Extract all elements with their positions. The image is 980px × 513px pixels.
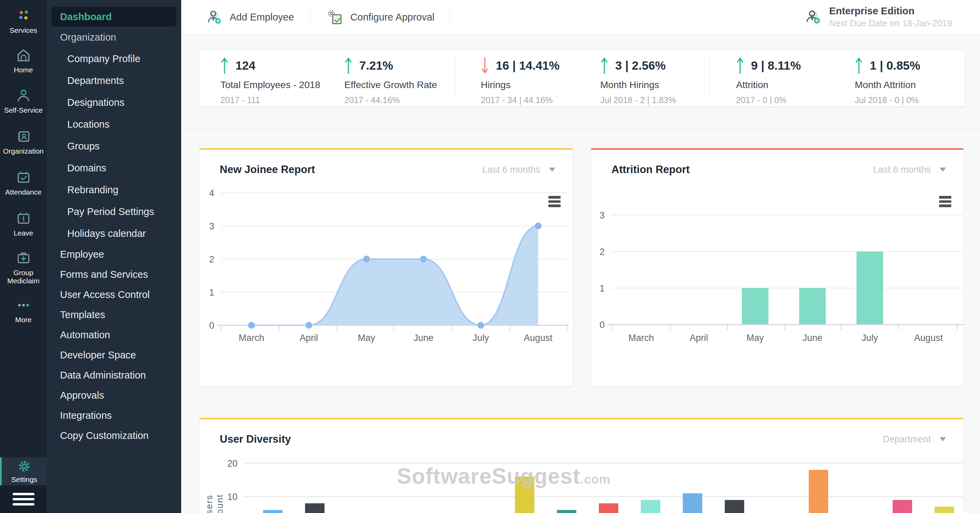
settings-gear-icon — [17, 459, 32, 473]
menu-item-designations[interactable]: Designations — [47, 91, 181, 113]
menu-item-rebranding[interactable]: Rebranding — [47, 179, 181, 201]
stat-divider — [455, 55, 455, 101]
add-employee-icon — [205, 8, 223, 26]
sidebar-item-more[interactable]: More — [0, 298, 47, 324]
svg-text:April: April — [300, 333, 318, 343]
trend-up-arrow-icon — [220, 56, 229, 75]
menu-item-pay-period-settings[interactable]: Pay Period Settings — [47, 201, 181, 223]
svg-text:May: May — [746, 333, 764, 343]
menu-item-company-profile[interactable]: Company Profile — [47, 48, 181, 70]
hamburger-icon — [13, 493, 35, 495]
menu-item-approvals[interactable]: Approvals — [47, 386, 181, 405]
menu-item-holidays-calendar[interactable]: Holidays calendar — [47, 223, 181, 244]
panel-title: Attrition Report — [611, 164, 690, 176]
new-joinee-range-dropdown[interactable]: Last 6 months — [482, 164, 555, 175]
button-label: Add Employee — [230, 11, 294, 23]
more-icon — [16, 298, 31, 313]
topbar-actions: Add EmployeeConfigure Approval — [181, 0, 450, 34]
stat-previous-period: 2017 - 0 | 0% — [736, 95, 801, 105]
license-info[interactable]: Enterprise Edition Next Due Date on 18-J… — [803, 5, 952, 29]
menu-item-templates[interactable]: Templates — [47, 305, 181, 325]
menu-item-locations[interactable]: Locations — [47, 113, 181, 135]
svg-text:2: 2 — [209, 254, 214, 264]
add-employee-button[interactable]: Add Employee — [188, 5, 310, 29]
svg-text:August: August — [914, 333, 943, 343]
chevron-down-icon — [940, 437, 946, 441]
mediclaim-icon — [16, 250, 31, 266]
menu-item-user-access-control[interactable]: User Access Control — [47, 285, 181, 305]
topbar: Add EmployeeConfigure Approval Enterpris… — [181, 0, 980, 35]
attrition-range-dropdown[interactable]: Last 6 months — [873, 164, 946, 175]
stat-label: Hirings — [481, 80, 560, 91]
sidebar-item-group-mediclaim[interactable]: Group Mediclaim — [0, 250, 47, 285]
svg-text:3: 3 — [209, 221, 214, 231]
panel-title: New Joinee Report — [220, 164, 315, 176]
sidebar-item-settings[interactable]: Settings — [0, 457, 47, 485]
menu-item-groups[interactable]: Groups — [47, 135, 181, 157]
sidebar-item-label: Services — [10, 26, 37, 35]
menu-item-data-administration[interactable]: Data Administration — [47, 365, 181, 386]
attendance-icon — [16, 170, 31, 185]
chart-context-menu-icon[interactable] — [939, 196, 951, 207]
svg-text:August: August — [524, 333, 553, 343]
diversity-groupby-dropdown[interactable]: Department — [883, 434, 946, 445]
stat-attrition: 9 | 8.11%Attrition2017 - 0 | 0% — [736, 56, 801, 105]
sidebar-item-label: Self-Service — [4, 106, 43, 114]
license-user-icon — [803, 8, 822, 27]
stat-previous-period: Jul 2018 - 0 | 0% — [855, 95, 920, 105]
stat-month-hirings: 3 | 2.56%Month HiringsJul 2018 - 2 | 1.8… — [600, 56, 676, 105]
sidebar-item-self-service[interactable]: Self-Service — [0, 88, 47, 114]
trend-up-arrow-icon — [344, 56, 353, 75]
new-joinee-chart: 43210MarchAprilMayJuneJulyAugust — [199, 190, 573, 387]
content-divider — [181, 130, 980, 130]
svg-text:20: 20 — [227, 459, 237, 468]
svg-text:June: June — [414, 333, 434, 343]
sidebar-item-home[interactable]: Home — [0, 48, 47, 74]
svg-text:March: March — [239, 333, 264, 343]
sidebar-item-organization[interactable]: Organization — [0, 129, 47, 155]
configure-approval-button[interactable]: Configure Approval — [310, 5, 451, 29]
sidebar-collapse-button[interactable] — [0, 485, 47, 513]
panel-title: User Diversity — [220, 433, 291, 445]
menu-item-employee[interactable]: Employee — [47, 244, 181, 264]
icon-sidebar: ServicesHomeSelf-ServiceOrganizationAtte… — [0, 0, 47, 513]
chart-context-menu-icon[interactable] — [548, 196, 561, 207]
button-label: Configure Approval — [350, 11, 435, 23]
stat-label: Month Hirings — [600, 80, 676, 91]
sidebar-item-leave[interactable]: Leave — [0, 211, 47, 237]
menu-item-forms-and-services[interactable]: Forms and Services — [47, 264, 181, 285]
stat-value: 3 | 2.56% — [615, 59, 666, 72]
menu-item-domains[interactable]: Domains — [47, 157, 181, 179]
stat-value: 124 — [235, 59, 255, 72]
menu-item-copy-customization[interactable]: Copy Customization — [47, 425, 181, 446]
trend-up-arrow-icon — [600, 56, 608, 75]
leave-icon — [16, 211, 31, 226]
stat-value: 7.21% — [359, 59, 393, 72]
svg-text:2: 2 — [600, 247, 605, 257]
sidebar-item-label: Home — [14, 66, 33, 74]
services-icon — [16, 8, 31, 23]
user-diversity-chart-svg: 2010 — [199, 459, 964, 513]
chevron-down-icon — [940, 167, 946, 172]
stats-card: 124Total Employees - 20182017 - 1117.21%… — [199, 50, 965, 107]
stat-label: Attrition — [736, 80, 801, 91]
stat-previous-period: 2017 - 111 — [220, 95, 320, 105]
stat-value: 16 | 14.41% — [496, 59, 560, 72]
stat-previous-period: 2017 - 34 | 44.16% — [481, 95, 560, 105]
home-icon — [16, 48, 31, 63]
svg-text:4: 4 — [209, 190, 214, 198]
self-service-icon — [16, 88, 31, 103]
menu-item-organization[interactable]: Organization — [47, 27, 181, 48]
menu-item-integrations[interactable]: Integrations — [47, 405, 181, 425]
stat-value: 1 | 0.85% — [870, 59, 920, 72]
menu-item-dashboard[interactable]: Dashboard — [51, 7, 177, 27]
sidebar-item-services[interactable]: Services — [0, 8, 47, 35]
sidebar-item-attendance[interactable]: Attendance — [0, 170, 47, 196]
menu-item-automation[interactable]: Automation — [47, 325, 181, 345]
menu-item-developer-space[interactable]: Developer Space — [47, 345, 181, 365]
stat-effective-growth-rate: 7.21%Effective Growth Rate2017 - 44.16% — [344, 56, 437, 105]
user-diversity-panel: User Diversity Department Users Count 20… — [199, 418, 964, 513]
menu-item-departments[interactable]: Departments — [47, 70, 181, 91]
main-content: Add EmployeeConfigure Approval Enterpris… — [181, 0, 980, 513]
sidebar-item-label: More — [15, 316, 32, 324]
